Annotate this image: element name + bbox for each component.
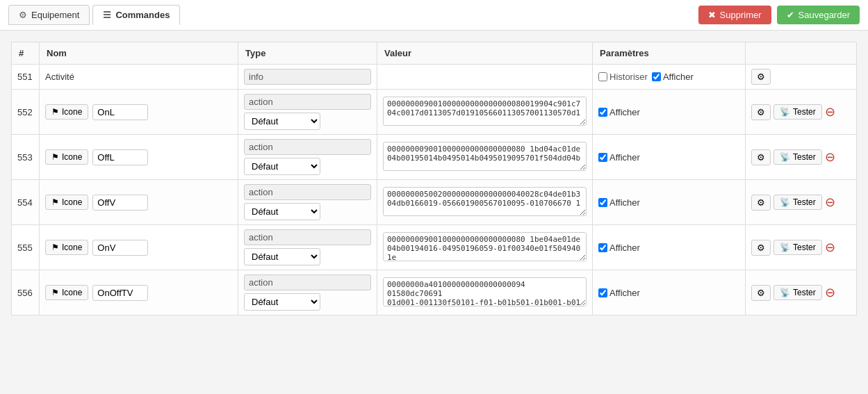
- remove-button[interactable]: ⊖: [825, 241, 835, 254]
- sauvegarder-button[interactable]: ✔ Sauvegarder: [777, 6, 860, 24]
- gear-button[interactable]: ⚙: [751, 195, 771, 211]
- type-input[interactable]: [244, 229, 371, 245]
- top-bar: ⚙ Equipement ☰ Commandes ✖ Supprimer ✔ S…: [0, 0, 868, 31]
- wifi-icon: 📡: [780, 197, 790, 207]
- row-id: 556: [12, 270, 40, 315]
- afficher-text: Afficher: [609, 107, 640, 117]
- table-row: 556⚑ IconeDéfautAfficher⚙📡 Tester⊖: [12, 270, 857, 315]
- gear-button[interactable]: ⚙: [751, 149, 771, 165]
- row-params: HistoriserAfficher: [593, 65, 746, 90]
- defaut-select[interactable]: Défaut: [244, 203, 320, 220]
- type-input[interactable]: [244, 94, 371, 110]
- supprimer-button[interactable]: ✖ Supprimer: [698, 6, 771, 24]
- table-row: 555⚑ IconeDéfautAfficher⚙📡 Tester⊖: [12, 225, 857, 270]
- afficher-label: Afficher: [598, 107, 640, 117]
- valeur-textarea[interactable]: [383, 187, 587, 216]
- wifi-icon: 📡: [780, 152, 790, 162]
- table-row: 554⚑ IconeDéfautAfficher⚙📡 Tester⊖: [12, 180, 857, 225]
- gear-button[interactable]: ⚙: [751, 104, 771, 120]
- afficher-label: Afficher: [652, 72, 694, 82]
- afficher-checkbox[interactable]: [652, 72, 661, 81]
- tester-button[interactable]: 📡 Tester: [773, 285, 822, 300]
- action-buttons: ✖ Supprimer ✔ Sauvegarder: [698, 6, 860, 24]
- remove-button[interactable]: ⊖: [825, 286, 835, 299]
- gear-button[interactable]: ⚙: [751, 285, 771, 301]
- type-input[interactable]: [244, 184, 371, 200]
- valeur-textarea[interactable]: [383, 97, 587, 126]
- row-type: Défaut: [238, 180, 377, 225]
- afficher-text: Afficher: [663, 72, 694, 82]
- afficher-label: Afficher: [598, 243, 640, 253]
- row-params: Afficher: [593, 270, 746, 315]
- defaut-select[interactable]: Défaut: [244, 293, 320, 311]
- row-valeur: [377, 135, 593, 180]
- col-header-actions: [746, 42, 857, 65]
- historiser-text: Historiser: [609, 72, 648, 82]
- main-content: # Nom Type Valeur Paramètres 551Activité…: [0, 31, 868, 327]
- nom-cell: ⚑ Icone: [45, 104, 232, 120]
- row-nom: ⚑ Icone: [40, 270, 238, 315]
- name-input[interactable]: [92, 240, 148, 256]
- afficher-checkbox[interactable]: [598, 198, 607, 207]
- name-input[interactable]: [92, 195, 148, 211]
- defaut-select[interactable]: Défaut: [244, 248, 320, 265]
- type-input[interactable]: [244, 274, 371, 290]
- row-type: Défaut: [238, 135, 377, 180]
- tab-bar: ⚙ Equipement ☰ Commandes: [8, 5, 180, 25]
- valeur-textarea[interactable]: [383, 232, 587, 261]
- row-valeur: [377, 270, 593, 315]
- valeur-textarea[interactable]: [383, 142, 587, 171]
- table-row: 552⚑ IconeDéfautAfficher⚙📡 Tester⊖: [12, 90, 857, 135]
- commands-table: # Nom Type Valeur Paramètres 551Activité…: [11, 42, 857, 315]
- icone-button[interactable]: ⚑ Icone: [45, 149, 88, 165]
- row-actions: ⚙📡 Tester⊖: [746, 270, 857, 315]
- tester-button[interactable]: 📡 Tester: [773, 104, 822, 120]
- tester-button[interactable]: 📡 Tester: [773, 195, 822, 210]
- row-type: Défaut: [238, 225, 377, 270]
- afficher-text: Afficher: [609, 152, 640, 163]
- name-input[interactable]: [92, 149, 148, 165]
- tester-button[interactable]: 📡 Tester: [773, 149, 822, 165]
- gear-button[interactable]: ⚙: [751, 240, 771, 256]
- nom-cell: ⚑ Icone: [45, 149, 232, 165]
- row-valeur: [377, 65, 593, 90]
- type-input[interactable]: [244, 139, 371, 155]
- name-input[interactable]: [92, 285, 148, 301]
- row-valeur: [377, 90, 593, 135]
- row-actions: ⚙📡 Tester⊖: [746, 225, 857, 270]
- flag-icon: ⚑: [51, 243, 59, 252]
- flag-icon: ⚑: [51, 197, 59, 207]
- sauvegarder-icon: ✔: [787, 10, 794, 20]
- row-type: Défaut: [238, 90, 377, 135]
- col-header-type: Type: [238, 42, 377, 65]
- type-input[interactable]: [244, 69, 371, 85]
- afficher-checkbox[interactable]: [598, 243, 607, 252]
- flag-icon: ⚑: [51, 107, 59, 117]
- row-actions: ⚙📡 Tester⊖: [746, 180, 857, 225]
- icone-button[interactable]: ⚑ Icone: [45, 240, 88, 255]
- historiser-checkbox[interactable]: [598, 72, 607, 81]
- tab-equipement[interactable]: ⚙ Equipement: [8, 5, 90, 25]
- valeur-textarea[interactable]: [383, 277, 587, 306]
- col-header-id: #: [12, 42, 40, 65]
- icone-button[interactable]: ⚑ Icone: [45, 104, 88, 120]
- tester-button[interactable]: 📡 Tester: [773, 240, 822, 255]
- remove-button[interactable]: ⊖: [825, 196, 835, 208]
- gear-button[interactable]: ⚙: [751, 69, 771, 85]
- icone-button[interactable]: ⚑ Icone: [45, 285, 88, 300]
- name-input[interactable]: [92, 104, 148, 120]
- flag-icon: ⚑: [51, 288, 59, 297]
- afficher-checkbox[interactable]: [598, 153, 607, 162]
- icone-button[interactable]: ⚑ Icone: [45, 195, 88, 210]
- wifi-icon: 📡: [780, 288, 790, 297]
- defaut-select[interactable]: Défaut: [244, 158, 320, 175]
- remove-button[interactable]: ⊖: [825, 151, 835, 163]
- defaut-select[interactable]: Défaut: [244, 113, 320, 130]
- afficher-checkbox[interactable]: [598, 108, 607, 117]
- row-id: 555: [12, 225, 40, 270]
- afficher-label: Afficher: [598, 288, 640, 298]
- tab-commandes[interactable]: ☰ Commandes: [92, 5, 180, 25]
- afficher-checkbox[interactable]: [598, 288, 607, 297]
- afficher-label: Afficher: [598, 152, 640, 163]
- remove-button[interactable]: ⊖: [825, 106, 835, 118]
